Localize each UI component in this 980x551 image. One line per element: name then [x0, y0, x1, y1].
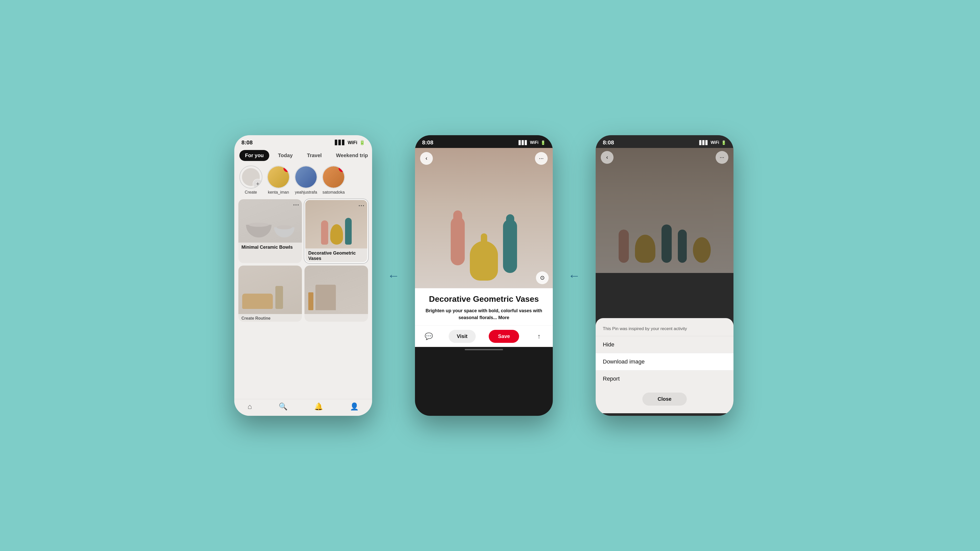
- status-icons-2: ▋▋▋ WiFi 🔋: [519, 140, 546, 145]
- ceramic-image: [239, 199, 302, 243]
- plus-icon: +: [253, 179, 262, 189]
- dim-vase-teal2: [678, 230, 687, 263]
- signal-icon-2: ▋▋▋: [519, 140, 528, 145]
- arrow-1: [387, 268, 400, 283]
- hide-menu-item[interactable]: Hide: [596, 336, 733, 353]
- status-bar-1: 8:08 ▋▋▋ WiFi 🔋: [234, 135, 372, 148]
- battery-icon-3: 🔋: [721, 140, 726, 145]
- nav-search[interactable]: 🔍: [279, 402, 288, 411]
- home-icon: ⌂: [248, 403, 252, 411]
- story-yeah[interactable]: yeahjustrafa: [294, 165, 318, 195]
- room-image: [239, 265, 302, 314]
- pin-card-ceramic[interactable]: Minimal Ceramic Bowls ···: [239, 199, 302, 263]
- phone-feed: 8:08 ▋▋▋ WiFi 🔋 For you Today Travel Wee…: [234, 135, 372, 416]
- decor-image: [304, 265, 368, 314]
- phone-context: 8:08 ▋▋▋ WiFi 🔋 ‹ ··· This Pin was inspi…: [596, 135, 733, 416]
- user-icon: 👤: [350, 402, 359, 411]
- tab-weekend[interactable]: Weekend trip: [331, 150, 372, 161]
- sato-badge: 5: [339, 165, 345, 172]
- pin-card-room[interactable]: Create Routine: [239, 265, 302, 322]
- phone-detail: 8:08 ▋▋▋ WiFi 🔋: [415, 135, 553, 416]
- nav-profile[interactable]: 👤: [350, 402, 359, 411]
- dim-vase-teal: [662, 224, 672, 263]
- sato-label: satomadoka: [322, 190, 345, 195]
- battery-icon: 🔋: [360, 140, 365, 145]
- mini-vase-teal: [345, 218, 352, 245]
- inspired-text: This Pin was inspired by your recent act…: [596, 324, 733, 336]
- detail-header: ‹ ···: [415, 148, 553, 169]
- mini-vase-yellow: [330, 224, 343, 245]
- pin-actions: 💬 Visit Save ↑: [415, 325, 553, 347]
- wifi-icon: WiFi: [348, 140, 357, 145]
- ceramic-label: Minimal Ceramic Bowls: [239, 243, 302, 251]
- nav-notifications[interactable]: 🔔: [314, 402, 323, 411]
- nav-home[interactable]: ⌂: [248, 403, 252, 411]
- kenta-label: kenta_iman: [268, 190, 289, 195]
- home-indicator-2: [465, 349, 503, 350]
- pin-detail-image: ‹ ··· ⊙: [415, 148, 553, 288]
- kenta-avatar: 2: [267, 165, 290, 189]
- bottom-nav: ⌂ 🔍 🔔 👤: [234, 399, 372, 413]
- battery-icon-2: 🔋: [541, 140, 546, 145]
- mini-vase-pink: [321, 221, 328, 245]
- time-3: 8:08: [603, 139, 614, 146]
- more-link[interactable]: More: [498, 315, 509, 320]
- feed-tabs: For you Today Travel Weekend trip: [234, 148, 372, 163]
- context-back-button[interactable]: ‹: [601, 151, 614, 164]
- tab-for-you[interactable]: For you: [239, 150, 269, 161]
- vase-scene-detail: [415, 148, 553, 288]
- tab-travel[interactable]: Travel: [301, 150, 328, 161]
- signal-icon: ▋▋▋: [335, 140, 345, 145]
- close-button[interactable]: Close: [642, 392, 687, 406]
- pin-grid: Minimal Ceramic Bowls ··· Decorative Geo…: [234, 197, 372, 324]
- pin-description: Brighten up your space with bold, colorf…: [422, 307, 546, 321]
- pin-card-vases[interactable]: Decorative Geometric Vases ···: [304, 199, 368, 263]
- report-menu-item[interactable]: Report: [596, 370, 733, 387]
- visit-button[interactable]: Visit: [449, 330, 476, 343]
- story-kenta[interactable]: 2 kenta_iman: [267, 165, 290, 195]
- story-sato[interactable]: 5 satomadoka: [322, 165, 345, 195]
- dim-vase-yellow: [635, 235, 655, 263]
- more-button[interactable]: ···: [535, 152, 548, 165]
- dim-vase-pink: [619, 230, 629, 263]
- create-label: Create: [245, 190, 257, 195]
- pin-title: Decorative Geometric Vases: [422, 294, 546, 304]
- time-2: 8:08: [422, 139, 433, 146]
- arrow-2: [568, 268, 580, 283]
- context-content: ‹ ··· This Pin was inspired by your rece…: [596, 148, 733, 413]
- status-icons-1: ▋▋▋ WiFi 🔋: [335, 140, 365, 145]
- yeah-avatar: [294, 165, 318, 189]
- comment-button[interactable]: 💬: [422, 330, 435, 343]
- ceramic-more-button[interactable]: ···: [293, 202, 299, 208]
- story-create[interactable]: + Create: [239, 165, 262, 195]
- sato-avatar: 5: [322, 165, 345, 189]
- download-image-menu-item[interactable]: Download image: [596, 353, 733, 370]
- wifi-icon-2: WiFi: [530, 140, 538, 145]
- signal-icon-3: ▋▋▋: [699, 140, 708, 145]
- back-button[interactable]: ‹: [420, 152, 433, 165]
- detail-content: ‹ ··· ⊙ Decorative Geometric Vases Brigh…: [415, 148, 553, 413]
- save-button[interactable]: Save: [489, 330, 519, 343]
- context-sheet: This Pin was inspired by your recent act…: [596, 318, 733, 413]
- yeah-label: yeahjustrafa: [295, 190, 317, 195]
- pin-card-decor[interactable]: [304, 265, 368, 322]
- share-button[interactable]: ↑: [532, 330, 546, 343]
- kenta-badge: 2: [283, 165, 290, 172]
- vases-image: [305, 200, 367, 248]
- tab-today[interactable]: Today: [272, 150, 298, 161]
- pin-info: Decorative Geometric Vases Brighten up y…: [415, 288, 553, 325]
- vases-more-button[interactable]: ···: [359, 203, 365, 209]
- time-1: 8:08: [242, 139, 253, 146]
- create-avatar: +: [239, 165, 262, 189]
- camera-search-button[interactable]: ⊙: [536, 272, 549, 284]
- bell-icon: 🔔: [314, 402, 323, 411]
- context-more-button[interactable]: ···: [716, 151, 729, 164]
- wifi-icon-3: WiFi: [711, 140, 719, 145]
- dim-vase-yellow2: [693, 237, 711, 263]
- search-icon: 🔍: [279, 402, 288, 411]
- status-icons-3: ▋▋▋ WiFi 🔋: [699, 140, 726, 145]
- status-bar-3: 8:08 ▋▋▋ WiFi 🔋: [596, 135, 733, 148]
- context-header: ‹ ···: [596, 148, 733, 167]
- stories-row: + Create 2 kenta_iman yeahjustrafa: [234, 163, 372, 197]
- feed-content: For you Today Travel Weekend trip + Crea…: [234, 148, 372, 413]
